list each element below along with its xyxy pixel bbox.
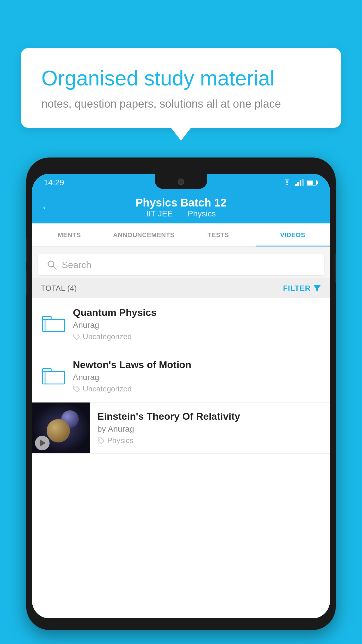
signal-icon — [295, 179, 304, 186]
item-info: Newton's Laws of Motion Anurag Uncategor… — [73, 359, 321, 393]
phone-notch — [155, 174, 207, 189]
svg-rect-0 — [295, 184, 297, 186]
search-bar[interactable]: Search — [38, 254, 324, 275]
tabs-bar: MENTS ANNOUNCEMENTS TESTS VIDEOS — [32, 223, 330, 247]
video-thumbnail — [32, 402, 90, 453]
filter-button[interactable]: FILTER — [283, 284, 321, 293]
item-tag: Physics — [97, 436, 323, 445]
svg-point-11 — [75, 387, 75, 388]
subtitle-left: IIT JEE — [146, 209, 173, 218]
bubble-title: Organised study material — [41, 66, 321, 91]
item-author: Anurag — [73, 373, 321, 382]
svg-rect-3 — [302, 179, 304, 186]
item-tag: Uncategorized — [73, 332, 321, 341]
item-info: Quantum Physics Anurag Uncategorized — [73, 307, 321, 341]
folder-icon-wrapper — [41, 368, 64, 384]
tag-icon — [97, 437, 105, 444]
volume-down-button[interactable] — [26, 271, 27, 295]
folder-icon-wrapper — [41, 316, 64, 332]
filter-bar: TOTAL (4) FILTER — [32, 278, 330, 298]
svg-rect-5 — [307, 181, 313, 185]
header-subtitle: IIT JEE Physics — [143, 209, 219, 218]
speech-bubble: Organised study material notes, question… — [21, 48, 341, 128]
tag-icon — [73, 333, 80, 341]
item-title: Einstein's Theory Of Relativity — [97, 411, 323, 422]
total-label: TOTAL (4) — [41, 284, 77, 293]
search-bar-wrapper: Search — [32, 250, 330, 280]
volume-up-button[interactable] — [26, 239, 27, 262]
phone-screen: 14:29 — [32, 174, 330, 618]
folder-icon — [42, 368, 63, 384]
play-triangle-icon — [40, 440, 46, 447]
item-title: Newton's Laws of Motion — [73, 359, 321, 370]
play-button[interactable] — [35, 436, 50, 450]
search-icon — [47, 260, 57, 270]
folder-icon — [42, 316, 63, 332]
back-button[interactable]: ← — [41, 201, 52, 214]
app-header: ← Physics Batch 12 IIT JEE Physics — [32, 191, 330, 223]
item-author: Anurag — [73, 321, 321, 330]
svg-rect-6 — [317, 181, 318, 184]
battery-icon — [307, 179, 318, 186]
power-button[interactable] — [335, 254, 336, 283]
phone-frame: 14:29 — [26, 158, 336, 630]
bubble-subtitle: notes, question papers, solutions all at… — [41, 98, 321, 110]
list-item[interactable]: Einstein's Theory Of Relativity by Anura… — [32, 402, 330, 454]
svg-point-10 — [75, 335, 75, 335]
planet-main — [47, 419, 70, 442]
svg-rect-2 — [300, 180, 301, 186]
item-title: Quantum Physics — [73, 307, 321, 318]
front-camera — [178, 178, 184, 185]
tab-tests[interactable]: TESTS — [181, 223, 256, 246]
tab-announcements[interactable]: ANNOUNCEMENTS — [107, 223, 181, 246]
list-item[interactable]: Newton's Laws of Motion Anurag Uncategor… — [32, 350, 330, 402]
item-tag: Uncategorized — [73, 384, 321, 393]
tab-videos[interactable]: VIDEOS — [256, 223, 330, 246]
item-author: by Anurag — [97, 424, 323, 434]
content-list: Quantum Physics Anurag Uncategorized — [32, 298, 330, 618]
tag-icon — [73, 385, 80, 393]
search-placeholder: Search — [62, 260, 91, 270]
tab-ments[interactable]: MENTS — [32, 223, 107, 246]
status-time: 14:29 — [44, 178, 64, 187]
list-item[interactable]: Quantum Physics Anurag Uncategorized — [32, 298, 330, 350]
filter-icon — [313, 284, 321, 292]
header-title: Physics Batch 12 — [136, 197, 227, 209]
wifi-icon — [282, 179, 292, 186]
svg-marker-9 — [314, 285, 321, 292]
subtitle-right: Physics — [188, 209, 216, 218]
svg-point-12 — [99, 438, 100, 439]
status-icons — [282, 179, 318, 186]
svg-line-8 — [53, 266, 56, 269]
item-info: Einstein's Theory Of Relativity by Anura… — [90, 402, 330, 453]
svg-rect-1 — [297, 182, 299, 186]
